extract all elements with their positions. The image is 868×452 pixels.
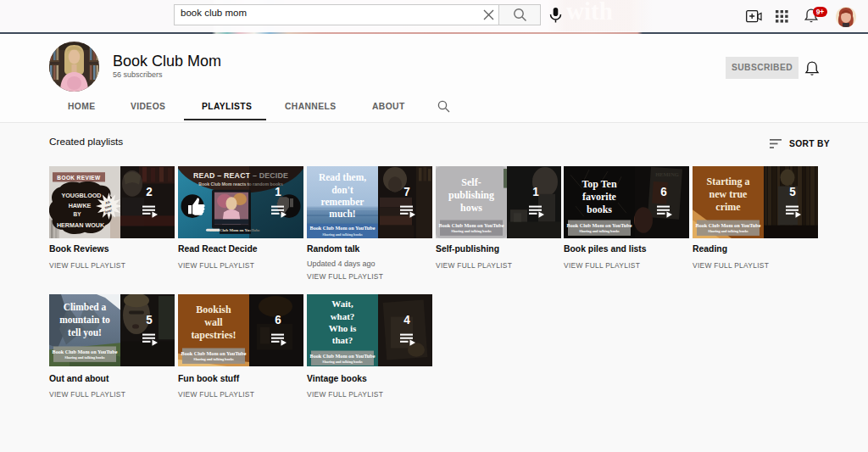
svg-text:hows: hows [460,202,482,214]
svg-text:BY: BY [73,211,81,217]
svg-text:Sharing and talking books: Sharing and talking books [322,232,363,237]
svg-text:books: books [587,204,612,215]
svg-text:that?: that? [332,335,353,345]
svg-text:HERMAN WOUK: HERMAN WOUK [57,221,105,229]
svg-text:Sharing and talking books: Sharing and talking books [193,357,234,361]
svg-text:6: 6 [275,314,281,326]
svg-text:Sharing and talking books: Sharing and talking books [322,360,363,364]
svg-text:new true: new true [709,188,748,200]
svg-text:crime: crime [715,201,741,213]
svg-text:7: 7 [403,186,410,198]
svg-text:Read them,: Read them, [319,172,366,183]
svg-text:Who is: Who is [329,323,357,333]
svg-text:1: 1 [532,186,539,198]
svg-text:tapestries!: tapestries! [191,329,236,341]
svg-text:much!: much! [329,209,355,220]
svg-text:don't: don't [331,185,353,196]
svg-text:6: 6 [660,186,667,198]
svg-text:mountain to: mountain to [59,315,110,326]
svg-text:favorite: favorite [582,191,617,203]
svg-text:Sharing and talking books: Sharing and talking books [451,229,492,233]
svg-text:2: 2 [146,186,153,198]
svg-text:tell you!: tell you! [68,327,102,338]
svg-text:remember: remember [321,197,364,208]
svg-text:Book Club Mom on YouTube: Book Club Mom on YouTube [310,353,376,359]
svg-text:1: 1 [275,186,281,198]
svg-text:Sharing and talking books: Sharing and talking books [64,355,105,360]
svg-text:4: 4 [403,314,410,326]
svg-text:Climbed a: Climbed a [64,302,107,313]
svg-text:Starting a: Starting a [707,175,750,187]
svg-text:Sharing and talking books: Sharing and talking books [708,229,748,233]
svg-text:5: 5 [789,186,796,198]
svg-text:HAWKE: HAWKE [69,202,92,209]
svg-text:YOUGBLOOD: YOUGBLOOD [61,192,101,199]
svg-text:Book Club Mom on YouTube: Book Club Mom on YouTube [310,225,376,231]
svg-text:Self-: Self- [461,176,481,187]
svg-text:Book Club Mom on YouTube: Book Club Mom on YouTube [696,222,761,228]
svg-text:5: 5 [146,314,153,326]
svg-text:Top Ten: Top Ten [581,177,616,189]
svg-text:wall: wall [204,316,223,328]
svg-text:Book Club Mom on YouTube: Book Club Mom on YouTube [181,350,247,356]
svg-text:Sharing and talking books: Sharing and talking books [579,229,620,233]
svg-text:BOOK REVIEW: BOOK REVIEW [57,175,101,181]
svg-text:Book Club Mom on YouTube: Book Club Mom on YouTube [439,222,504,228]
svg-text:Bookish: Bookish [196,303,231,315]
svg-text:Wait,: Wait, [331,299,353,309]
svg-text:publishing: publishing [448,189,494,201]
svg-text:Book Club Mom on YouTube: Book Club Mom on YouTube [567,222,632,228]
svg-text:what?: what? [331,311,355,321]
svg-text:Book Club Mom on YouTube: Book Club Mom on YouTube [53,349,118,354]
